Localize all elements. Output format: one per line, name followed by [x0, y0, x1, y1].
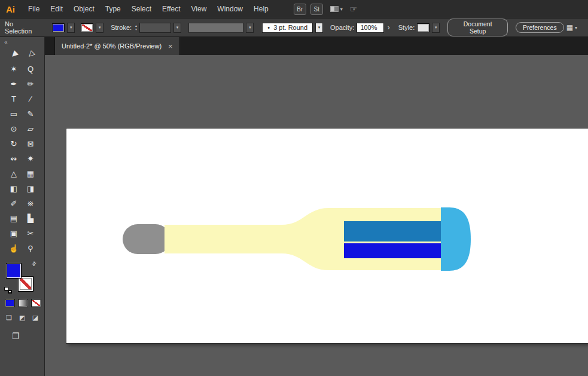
blend-tool[interactable]: ◨ [23, 182, 38, 195]
share-hand-button[interactable]: ☞ [350, 4, 358, 14]
selection-tool[interactable]: ◀ [4, 45, 23, 64]
rectangle-tool[interactable]: ▭ [7, 108, 21, 120]
lasso-tool[interactable]: Q [23, 63, 38, 75]
menu-view[interactable]: View [186, 2, 212, 16]
stepper-down-icon[interactable]: ▾ [135, 27, 137, 31]
control-bar: No Selection ▾ ▾ Stroke: ▴ ▾ ▾ ▾ • 3 pt.… [0, 18, 588, 37]
default-stroke-mini [8, 290, 12, 294]
draw-behind-icon[interactable]: ◩ [16, 313, 28, 322]
menu-window[interactable]: Window [212, 2, 248, 16]
line-segment-tool[interactable]: ∕ [23, 93, 38, 105]
stock-button[interactable]: St [310, 4, 323, 15]
stroke-weight-dropdown[interactable]: ▾ [173, 23, 181, 33]
graph-tool[interactable]: ▤ [7, 212, 21, 225]
chevron-down-icon: ▾ [340, 7, 343, 12]
perspective-grid-tool[interactable]: △ [7, 167, 21, 180]
menu-type[interactable]: Type [100, 2, 126, 16]
preferences-button[interactable]: Preferences [516, 22, 564, 33]
menu-effect[interactable]: Effect [157, 2, 185, 16]
shape-builder-tool[interactable]: ⊙ [7, 123, 21, 135]
brush-definition-dropdown[interactable]: ▾ [315, 23, 323, 33]
menu-file[interactable]: File [23, 2, 45, 16]
opacity-label: Opacity: [330, 24, 354, 31]
free-transform-tool[interactable]: ✷ [23, 152, 38, 165]
brush-definition-field[interactable]: • 3 pt. Round [262, 23, 313, 33]
screen-mode-icon[interactable]: ❐ [12, 331, 20, 341]
variable-width-profile-dropdown[interactable] [188, 23, 243, 33]
document-tab-title: Untitled-2* @ 50% (RGB/Preview) [62, 42, 162, 50]
paintbrush-tool[interactable]: ✎ [23, 108, 38, 120]
mesh-tool[interactable]: ▦ [23, 167, 38, 180]
bottle-base-shape[interactable] [441, 207, 471, 271]
chevron-down-icon: ▾ [70, 25, 72, 30]
tools-panel: « ◀ ◁ ✶ Q ✒ ✏ T ∕ ▭ ✎ ⊙ ▱ ↻ ⊠ ↭ ✷ △ ▦ ◧ [0, 37, 45, 376]
artboard-tool[interactable]: ▣ [7, 227, 21, 240]
app-bar-buttons: Br St ▾ ☞ [290, 4, 358, 15]
align-options-button[interactable]: ▦ ▾ [566, 23, 577, 32]
symbol-sprayer-tool[interactable]: ※ [23, 197, 38, 210]
stroke-weight-input[interactable] [139, 23, 171, 33]
opacity-expand-icon[interactable]: › [386, 23, 391, 32]
stroke-weight-stepper[interactable]: ▴ ▾ [135, 24, 137, 31]
artboard[interactable] [66, 129, 588, 343]
illustrator-window: Ai File Edit Object Type Select Effect V… [0, 0, 588, 376]
default-fill-stroke-icon[interactable] [4, 287, 12, 294]
close-icon[interactable]: × [168, 42, 173, 51]
label-stripe-top[interactable] [344, 221, 441, 242]
style-dropdown[interactable]: ▾ [432, 23, 440, 33]
stroke-color-dropdown[interactable]: ▾ [96, 23, 103, 33]
magic-wand-tool[interactable]: ✶ [7, 63, 21, 75]
color-button[interactable] [5, 299, 15, 307]
direct-selection-tool[interactable]: ◁ [21, 45, 40, 64]
fill-swatch[interactable] [6, 263, 22, 279]
gradient-tool[interactable]: ◧ [7, 182, 21, 195]
menu-bar: Ai File Edit Object Type Select Effect V… [0, 0, 588, 18]
document-tab[interactable]: Untitled-2* @ 50% (RGB/Preview) × [54, 37, 180, 55]
brush-dot-icon: • [267, 24, 270, 31]
opacity-input[interactable]: 100% [357, 23, 383, 33]
menu-select[interactable]: Select [126, 2, 157, 16]
draw-inside-icon[interactable]: ◪ [29, 313, 41, 322]
canvas-area[interactable] [45, 55, 588, 376]
eraser-tool[interactable]: ▱ [23, 123, 38, 135]
bridge-button[interactable]: Br [294, 4, 306, 15]
zoom-tool[interactable]: ⚲ [23, 242, 38, 255]
scale-tool[interactable]: ⊠ [23, 137, 38, 150]
hand-tool[interactable]: ☝ [7, 242, 21, 255]
fill-color-swatch[interactable] [52, 23, 65, 32]
curvature-tool[interactable]: ✏ [23, 78, 38, 90]
none-button[interactable] [31, 299, 41, 307]
menu-edit[interactable]: Edit [45, 2, 68, 16]
pen-tool[interactable]: ✒ [7, 78, 21, 90]
variable-width-profile-chevron[interactable]: ▾ [246, 23, 254, 33]
style-swatch[interactable] [417, 23, 429, 32]
align-icon: ▦ [566, 23, 573, 32]
collapse-panel-button[interactable]: « [0, 37, 44, 47]
column-graph-tool[interactable]: ▙ [23, 212, 38, 225]
document-tab-strip: Untitled-2* @ 50% (RGB/Preview) × [45, 37, 588, 55]
menu-help[interactable]: Help [248, 2, 274, 16]
label-stripe-bottom[interactable] [344, 243, 441, 258]
bottle-cap-shape[interactable] [123, 224, 170, 254]
stroke-color-swatch[interactable] [81, 23, 93, 32]
drawing-mode-buttons: ❏ ◩ ◪ [3, 313, 44, 322]
chevron-down-icon: ▾ [249, 25, 251, 30]
menu-object[interactable]: Object [68, 2, 100, 16]
brush-definition-value: 3 pt. Round [273, 24, 307, 31]
slice-tool[interactable]: ✂ [23, 227, 38, 240]
arrange-documents-button[interactable]: ▾ [330, 6, 343, 12]
fill-stroke-indicator: ⇄ [6, 263, 35, 292]
document-setup-button[interactable]: Document Setup [447, 19, 508, 36]
eyedropper-tool[interactable]: ✐ [7, 197, 21, 210]
color-mode-buttons [5, 299, 44, 307]
fill-color-dropdown[interactable]: ▾ [67, 23, 75, 33]
app-logo[interactable]: Ai [0, 4, 23, 14]
type-tool[interactable]: T [7, 93, 21, 105]
width-tool[interactable]: ↭ [7, 152, 21, 165]
gradient-button[interactable] [18, 299, 28, 307]
swap-fill-stroke-icon[interactable]: ⇄ [31, 260, 38, 267]
rotate-tool[interactable]: ↻ [7, 137, 21, 150]
chevron-down-icon: ▾ [318, 25, 321, 30]
draw-normal-icon[interactable]: ❏ [3, 313, 15, 322]
arrange-documents-icon [330, 6, 339, 12]
